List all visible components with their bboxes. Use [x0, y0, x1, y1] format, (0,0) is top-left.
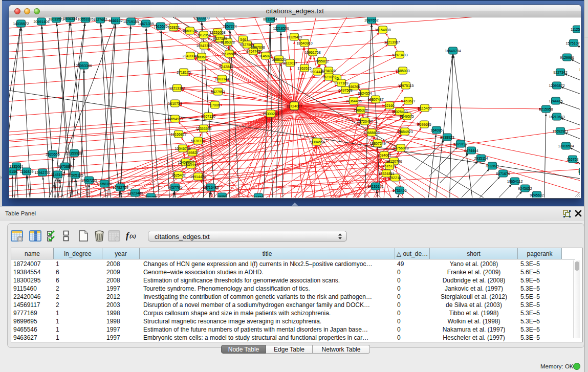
svg-text:17016504: 17016504	[558, 144, 574, 148]
svg-text:763822: 763822	[167, 26, 179, 29]
svg-text:12942757: 12942757	[34, 171, 50, 174]
svg-text:16210643: 16210643	[549, 115, 564, 119]
svg-text:8215958: 8215958	[539, 107, 553, 111]
svg-text:10961758: 10961758	[304, 51, 320, 54]
svg-text:14136141: 14136141	[367, 185, 383, 188]
svg-text:18724007: 18724007	[286, 104, 302, 108]
svg-text:9245632: 9245632	[530, 193, 543, 197]
svg-text:(x): (x)	[129, 233, 136, 239]
svg-text:8938923: 8938923	[440, 136, 454, 139]
svg-text:62160: 62160	[384, 104, 395, 107]
svg-text:10046755: 10046755	[175, 147, 190, 150]
svg-text:1615132: 1615132	[382, 164, 396, 168]
svg-text:1906334: 1906334	[63, 17, 77, 20]
svg-text:14671355: 14671355	[138, 22, 154, 26]
svg-text:16648784: 16648784	[445, 49, 461, 53]
svg-text:1244415: 1244415	[549, 99, 562, 103]
svg-text:39159: 39159	[9, 170, 17, 173]
svg-text:20053346: 20053346	[76, 64, 92, 68]
svg-text:12923446: 12923446	[127, 191, 143, 195]
svg-text:10653326: 10653326	[77, 17, 93, 21]
svg-text:18640910: 18640910	[296, 41, 312, 45]
svg-text:15720407: 15720407	[357, 120, 373, 123]
svg-text:16782759: 16782759	[112, 186, 128, 189]
svg-text:2349575: 2349575	[400, 115, 413, 118]
svg-text:10719155: 10719155	[123, 20, 139, 24]
svg-text:17006: 17006	[210, 103, 220, 107]
svg-text:9686: 9686	[218, 195, 226, 198]
svg-text:15716485: 15716485	[203, 186, 219, 189]
svg-text:8454749: 8454749	[246, 50, 260, 53]
svg-text:1112541: 1112541	[571, 28, 580, 31]
svg-text:5878332: 5878332	[191, 139, 205, 143]
svg-text:2087652: 2087652	[364, 18, 378, 22]
svg-text:746266: 746266	[348, 85, 360, 89]
svg-text:92450: 92450	[578, 170, 580, 173]
svg-text:7986322: 7986322	[354, 108, 367, 112]
svg-text:12213382: 12213382	[169, 86, 185, 90]
svg-text:2718170: 2718170	[177, 71, 190, 74]
svg-text:8322037: 8322037	[283, 61, 297, 65]
svg-text:1588520: 1588520	[272, 58, 286, 61]
svg-text:8186328: 8186328	[221, 40, 234, 44]
svg-text:2020655: 2020655	[46, 152, 59, 156]
svg-text:7515526: 7515526	[154, 25, 167, 28]
svg-text:16120746: 16120746	[386, 160, 402, 163]
svg-text:10958107: 10958107	[96, 182, 112, 186]
svg-text:8660124: 8660124	[183, 29, 197, 33]
svg-text:1835061: 1835061	[9, 165, 23, 168]
svg-text:6466162: 6466162	[108, 19, 122, 23]
svg-text:10654112: 10654112	[507, 180, 523, 183]
svg-text:12975115: 12975115	[398, 84, 414, 87]
svg-text:10807487: 10807487	[367, 98, 383, 101]
svg-text:19384554: 19384554	[309, 140, 324, 144]
svg-text:9975887: 9975887	[58, 165, 72, 168]
svg-text:8813054: 8813054	[263, 17, 277, 21]
svg-text:3624554: 3624554	[358, 92, 372, 95]
svg-text:45: 45	[335, 77, 339, 80]
svg-text:7632621: 7632621	[485, 164, 499, 168]
svg-text:21364436: 21364436	[345, 99, 361, 103]
svg-text:9084067: 9084067	[377, 154, 391, 157]
svg-text:13226058: 13226058	[209, 31, 225, 34]
svg-text:25300203: 25300203	[263, 112, 278, 116]
svg-text:98961: 98961	[197, 55, 207, 59]
svg-text:9457791: 9457791	[168, 186, 182, 189]
svg-text:12093872: 12093872	[549, 84, 564, 87]
svg-text:9699695: 9699695	[417, 123, 431, 126]
svg-text:5675685: 5675685	[222, 52, 236, 56]
svg-text:20691406: 20691406	[33, 20, 49, 24]
svg-text:10973493: 10973493	[391, 53, 407, 57]
svg-text:10688609: 10688609	[363, 131, 379, 135]
svg-text:19654923: 19654923	[397, 130, 412, 134]
svg-text:16033809: 16033809	[193, 17, 209, 20]
svg-text:1156829: 1156829	[20, 170, 34, 173]
svg-text:2935114: 2935114	[474, 157, 488, 160]
svg-text:449822: 449822	[186, 151, 198, 155]
svg-text:100488: 100488	[145, 195, 157, 198]
svg-text:15751074: 15751074	[565, 41, 580, 45]
svg-text:1733426: 1733426	[393, 189, 406, 192]
svg-text:16154838: 16154838	[375, 28, 390, 32]
svg-text:6497568: 6497568	[338, 89, 352, 92]
svg-text:7485003: 7485003	[396, 69, 409, 73]
svg-text:9115460: 9115460	[418, 106, 432, 110]
svg-text:546: 546	[240, 38, 246, 41]
svg-text:3912954: 3912954	[197, 33, 210, 37]
svg-text:19166827: 19166827	[170, 133, 186, 136]
svg-text:9129966: 9129966	[560, 56, 574, 59]
svg-text:2803144: 2803144	[215, 77, 229, 81]
svg-text:8471676: 8471676	[496, 172, 510, 176]
svg-text:23420046: 23420046	[182, 54, 198, 58]
svg-text:13524851: 13524851	[378, 172, 394, 176]
svg-text:2367608: 2367608	[251, 46, 265, 49]
svg-text:121003: 121003	[579, 68, 580, 72]
svg-text:9327509: 9327509	[213, 37, 227, 40]
svg-text:1362615: 1362615	[297, 67, 311, 70]
svg-text:1610753: 1610753	[168, 102, 182, 105]
svg-text:15692971: 15692971	[552, 129, 568, 133]
svg-text:164095: 164095	[430, 128, 442, 132]
svg-text:11325419: 11325419	[287, 35, 302, 39]
svg-text:1527602: 1527602	[93, 18, 107, 21]
svg-text:9463627: 9463627	[401, 99, 415, 103]
